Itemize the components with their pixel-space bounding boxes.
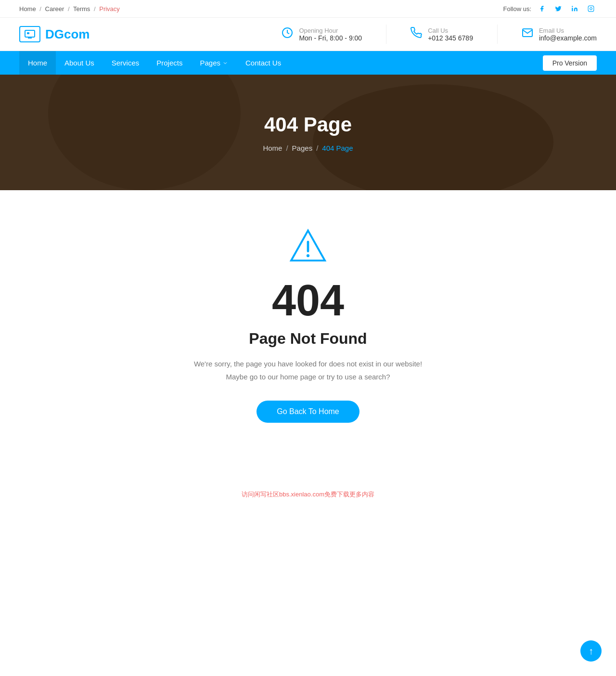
breadcrumb-pages[interactable]: Pages — [292, 144, 313, 152]
hero-breadcrumb: Home / Pages / 404 Page — [263, 144, 353, 152]
logo[interactable]: DGcom — [19, 26, 90, 42]
hero-title: 404 Page — [264, 113, 352, 136]
error-number: 404 — [272, 279, 344, 322]
email-us-value: info@example.com — [539, 34, 597, 42]
topbar-career-link[interactable]: Career — [45, 5, 64, 13]
clock-icon — [282, 27, 293, 41]
opening-hour-title: Opening Hour — [299, 27, 362, 34]
svg-rect-3 — [25, 30, 35, 37]
go-back-home-button[interactable]: Go Back To Home — [257, 401, 359, 423]
navbar: Home About Us Services Projects Pages Co… — [0, 51, 616, 75]
call-us-title: Call Us — [428, 27, 473, 34]
twitter-icon[interactable] — [552, 3, 564, 14]
topbar-terms-link[interactable]: Terms — [73, 5, 90, 13]
opening-hour-info: Opening Hour Mon - Fri, 8:00 - 9:00 — [282, 27, 362, 42]
pro-version-button[interactable]: Pro Version — [543, 55, 597, 71]
instagram-icon[interactable] — [585, 3, 597, 14]
svg-point-13 — [307, 254, 309, 257]
error-desc-line1: We're sorry, the page you have looked fo… — [194, 360, 422, 368]
email-us-title: Email Us — [539, 27, 597, 34]
logo-text: DGcom — [45, 27, 90, 42]
warning-triangle-icon — [289, 229, 327, 279]
hero-content: 404 Page Home / Pages / 404 Page — [263, 113, 353, 152]
topbar-home-link[interactable]: Home — [19, 5, 36, 13]
svg-rect-1 — [588, 6, 594, 12]
hero-banner: 404 Page Home / Pages / 404 Page — [0, 75, 616, 190]
email-icon — [522, 27, 533, 41]
call-us-value: +012 345 6789 — [428, 34, 473, 42]
nav-services[interactable]: Services — [103, 51, 148, 75]
breadcrumb-current: 404 Page — [322, 144, 353, 152]
nav-pages[interactable]: Pages — [191, 51, 237, 75]
error-desc-line2: Maybe go to our home page or try to use … — [226, 373, 390, 381]
facebook-icon[interactable] — [536, 3, 548, 14]
follow-label: Follow us: — [503, 5, 531, 13]
email-us-info: Email Us info@example.com — [522, 27, 597, 42]
linkedin-icon[interactable] — [569, 3, 580, 14]
top-bar-links: Home / Career / Terms / Privacy — [19, 5, 122, 13]
svg-point-0 — [572, 6, 573, 7]
error-description: We're sorry, the page you have looked fo… — [194, 357, 422, 383]
watermark: 访问闲写社区bbs.xienlao.com免费下载更多内容 — [0, 481, 616, 508]
breadcrumb-home[interactable]: Home — [263, 144, 282, 152]
error-section: 404 Page Not Found We're sorry, the page… — [0, 190, 616, 481]
social-links: Follow us: — [503, 3, 597, 14]
opening-hour-value: Mon - Fri, 8:00 - 9:00 — [299, 34, 362, 42]
divider-1 — [386, 25, 386, 44]
top-bar: Home / Career / Terms / Privacy Follow u… — [0, 0, 616, 18]
topbar-privacy-link[interactable]: Privacy — [99, 5, 120, 13]
pages-dropdown-icon — [222, 60, 228, 66]
header-info: Opening Hour Mon - Fri, 8:00 - 9:00 Call… — [282, 25, 597, 44]
logo-icon — [19, 26, 40, 42]
nav-home[interactable]: Home — [19, 51, 56, 75]
phone-icon — [411, 27, 422, 41]
call-us-info: Call Us +012 345 6789 — [411, 27, 473, 42]
nav-links: Home About Us Services Projects Pages Co… — [19, 51, 290, 75]
nav-about[interactable]: About Us — [56, 51, 103, 75]
nav-contact[interactable]: Contact Us — [237, 51, 290, 75]
divider-2 — [497, 25, 498, 44]
nav-projects[interactable]: Projects — [148, 51, 191, 75]
header: DGcom Opening Hour Mon - Fri, 8:00 - 9:0… — [0, 18, 616, 51]
error-title: Page Not Found — [249, 330, 367, 348]
svg-rect-6 — [27, 32, 29, 34]
